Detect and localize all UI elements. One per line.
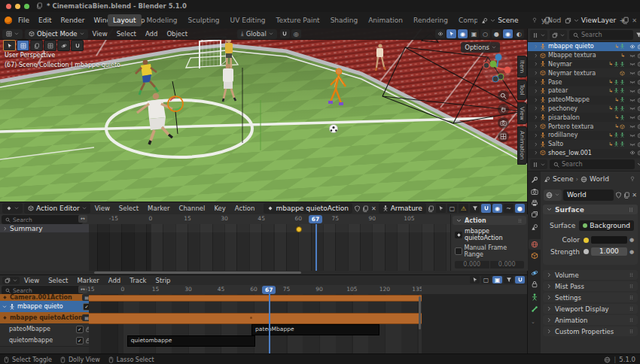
decorator-dot[interactable]: ● bbox=[629, 237, 634, 243]
remove-view-layer-icon[interactable]: ✕ bbox=[632, 17, 637, 24]
shading-wireframe-icon[interactable]: ○ bbox=[480, 29, 490, 38]
outliner-row-salto[interactable]: Salto↳ bbox=[528, 140, 640, 149]
action-panel-header[interactable]: Action bbox=[453, 216, 526, 225]
nla-channel-quietombappe[interactable]: quietombappe✓☆ bbox=[0, 335, 100, 347]
dope-hscrollbar[interactable] bbox=[94, 271, 301, 274]
disclosure-icon[interactable] bbox=[534, 124, 538, 129]
panel-volume[interactable]: Volume bbox=[543, 270, 638, 280]
zoom-icon[interactable] bbox=[498, 90, 509, 102]
panel-grip-icon[interactable] bbox=[629, 329, 634, 334]
copy-action-icon[interactable] bbox=[362, 205, 369, 212]
eye-closed-icon[interactable] bbox=[629, 132, 635, 138]
properties-tab-object-data[interactable] bbox=[529, 292, 541, 302]
surface-shader-button[interactable]: Background bbox=[579, 220, 634, 231]
panel-custom-properties[interactable]: Custom Properties bbox=[543, 326, 638, 336]
traffic-light-close[interactable] bbox=[6, 4, 11, 9]
track-checkbox[interactable]: ✓ bbox=[76, 337, 84, 344]
disclosure-icon[interactable] bbox=[534, 106, 538, 111]
new-scene-icon[interactable] bbox=[544, 17, 551, 24]
properties-tab-render[interactable] bbox=[529, 187, 541, 197]
disclosure-icon[interactable] bbox=[534, 44, 538, 49]
interpolation-icon[interactable]: ~ bbox=[504, 204, 514, 213]
unlink-action-icon[interactable]: ✕ bbox=[371, 205, 376, 212]
traffic-light-minimize[interactable] bbox=[15, 4, 20, 9]
pan-hand-icon[interactable] bbox=[498, 104, 509, 115]
current-frame-badge[interactable]: 67 bbox=[309, 215, 322, 223]
shading-solid-icon[interactable]: ● bbox=[492, 29, 501, 38]
properties-tab-object[interactable] bbox=[529, 250, 541, 261]
eye-open-icon[interactable] bbox=[629, 44, 635, 50]
outliner-search-input[interactable]: Search bbox=[569, 30, 633, 40]
properties-search-input[interactable]: Search bbox=[550, 159, 635, 169]
navigation-gizmo[interactable] bbox=[480, 51, 514, 84]
panel-grip-icon[interactable] bbox=[517, 218, 523, 223]
dope-menu-marker[interactable]: Marker bbox=[143, 205, 174, 212]
disclosure-icon[interactable] bbox=[534, 98, 538, 102]
viewport-tab-item[interactable]: Item bbox=[517, 56, 527, 77]
world-browse-button[interactable] bbox=[544, 190, 562, 201]
tab-workspace-uv-editing[interactable]: UV Editing bbox=[225, 14, 271, 26]
viewport-tab-animation[interactable]: Animation bbox=[517, 126, 527, 164]
outliner-filter-mode[interactable] bbox=[550, 30, 567, 40]
panel-grip-icon[interactable] bbox=[629, 306, 634, 311]
panel-mist-pass[interactable]: Mist Pass bbox=[543, 281, 638, 291]
manual-range-checkbox[interactable] bbox=[455, 247, 462, 255]
viewport-tab-tool[interactable]: Tool bbox=[517, 80, 527, 100]
properties-tab-physics[interactable] bbox=[529, 268, 541, 278]
outliner-row-pisarbalon[interactable]: pisarbalon↳ bbox=[528, 113, 640, 122]
keyframe-dot[interactable] bbox=[296, 226, 302, 232]
properties-tab-constraints[interactable] bbox=[529, 279, 541, 290]
eye-closed-icon[interactable] bbox=[629, 61, 635, 67]
dope-menu-channel[interactable]: Channel bbox=[174, 205, 209, 212]
nla-menu-select[interactable]: Select bbox=[44, 277, 72, 284]
current-frame-badge[interactable]: 67 bbox=[262, 286, 276, 294]
tab-overflow-icon[interactable]: ⌄ bbox=[531, 319, 535, 325]
fake-user-shield-icon[interactable] bbox=[615, 192, 622, 199]
eye-closed-icon[interactable] bbox=[629, 123, 635, 129]
auto-snap-icon[interactable] bbox=[515, 276, 525, 284]
outliner-row-pase[interactable]: Pase↳ bbox=[528, 77, 640, 86]
disclosure-icon[interactable] bbox=[534, 71, 538, 75]
range-end-field[interactable]: 0.000 bbox=[490, 261, 525, 268]
pin-icon[interactable] bbox=[532, 17, 538, 23]
tab-workspace-texture-paint[interactable]: Texture Paint bbox=[271, 14, 325, 26]
sync-length-icon[interactable]: ▣ bbox=[492, 276, 502, 284]
disclosure-icon[interactable] bbox=[534, 115, 538, 120]
viewport-menu-select[interactable]: Select bbox=[112, 30, 141, 38]
panel-grip-icon[interactable] bbox=[629, 317, 634, 323]
outliner-row-rodillaney[interactable]: rodillaney↳ bbox=[528, 131, 640, 140]
eye-closed-icon[interactable] bbox=[629, 88, 635, 94]
properties-tab-view-layer[interactable] bbox=[529, 209, 541, 220]
surface-panel-header[interactable]: Surface bbox=[543, 205, 638, 214]
nla-strip-camera-001action[interactable] bbox=[89, 295, 422, 302]
editor-type-button[interactable] bbox=[2, 203, 23, 214]
new-view-layer-icon[interactable] bbox=[622, 17, 629, 24]
outliner-row-shoes-low-001[interactable]: shoes_low.001 bbox=[528, 149, 640, 158]
decorator-dot[interactable]: ● bbox=[629, 249, 634, 255]
nla-strip-quietombappe[interactable]: quietombappe bbox=[127, 335, 255, 347]
panel-animation[interactable]: Animation bbox=[543, 315, 638, 325]
tab-workspace-modeling[interactable]: Modeling bbox=[142, 14, 183, 26]
shading-rendered-icon[interactable]: ◐ bbox=[514, 29, 524, 38]
dope-menu-select[interactable]: Select bbox=[114, 205, 143, 212]
mode-selector[interactable]: Object Mode bbox=[25, 29, 88, 39]
unlink-world-icon[interactable]: ✕ bbox=[632, 192, 637, 199]
view-layer-selector[interactable]: ViewLayer bbox=[561, 15, 620, 26]
nla-channel-mbappe-quieto[interactable]: mbappe quieto✓ bbox=[0, 301, 93, 313]
dope-menu-view[interactable]: View bbox=[90, 205, 114, 212]
eye-closed-icon[interactable] bbox=[629, 97, 635, 103]
chevron-down-icon[interactable] bbox=[637, 162, 640, 167]
selectbox-icon[interactable]: ▢ bbox=[481, 276, 491, 284]
nla-menu-view[interactable]: View bbox=[20, 277, 44, 284]
dope-keyframe-grid[interactable] bbox=[89, 224, 450, 271]
outliner-row-portero-textura[interactable]: Portero textura↳ bbox=[528, 122, 640, 131]
nla-channel-mbappe-quietoaction[interactable]: mbappe quietoAction▤ bbox=[0, 312, 93, 324]
copy-slot-icon[interactable] bbox=[428, 205, 434, 212]
tool-tweak-icon[interactable] bbox=[3, 40, 16, 51]
nla-strip-pateombappe[interactable]: pateoMbappe bbox=[251, 324, 379, 335]
nla-menu-add[interactable]: Add bbox=[104, 277, 125, 284]
editor-type-button[interactable] bbox=[2, 277, 20, 284]
gizmos-dropdown-icon[interactable] bbox=[446, 29, 456, 38]
disclosure-icon[interactable] bbox=[2, 305, 7, 309]
fake-user-shield-icon[interactable] bbox=[354, 205, 361, 212]
